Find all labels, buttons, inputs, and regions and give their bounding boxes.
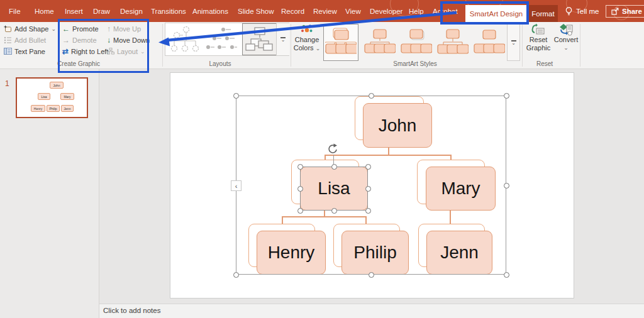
tab-help[interactable]: Help: [409, 0, 424, 22]
convert-icon: [558, 23, 574, 36]
convert-button[interactable]: Convert ⌄: [552, 23, 580, 62]
mini-node-john: John: [50, 82, 64, 89]
node-handle[interactable]: [297, 208, 303, 214]
move-up-arrow-icon: ↑: [107, 25, 111, 33]
layout-button[interactable]: Layout ⌄: [107, 46, 145, 57]
tab-acrobat[interactable]: Acrobat: [433, 0, 458, 22]
node-handle[interactable]: [365, 208, 371, 214]
add-bullet-button[interactable]: Add Bullet: [4, 35, 46, 45]
tab-home[interactable]: Home: [35, 0, 54, 22]
smartart-style-thumbnail[interactable]: [399, 24, 434, 61]
mini-node-jenn: Jenn: [61, 105, 74, 112]
resize-handle-bottom-right[interactable]: [504, 272, 509, 278]
tab-record[interactable]: Record: [281, 0, 304, 22]
lightbulb-icon: [565, 6, 573, 16]
chevron-down-icon: ⌄: [511, 42, 516, 45]
tab-design[interactable]: Design: [120, 0, 143, 22]
layout-thumbnail-circle-org[interactable]: [169, 26, 201, 53]
tab-transitions[interactable]: Transitions: [151, 0, 186, 22]
text-pane-icon: [4, 48, 12, 55]
smartart-styles-more-button[interactable]: ⌄: [507, 24, 520, 61]
group-label-reset: Reset: [507, 60, 582, 67]
node-selection-border-lisa: [300, 167, 368, 211]
move-up-button[interactable]: ↑ Move Up: [107, 23, 141, 34]
resize-handle-right-middle[interactable]: [504, 183, 509, 189]
node-handle[interactable]: [365, 186, 371, 192]
share-icon: [611, 8, 619, 15]
tab-slide-show[interactable]: Slide Show: [238, 0, 274, 22]
node-handle[interactable]: [297, 164, 303, 170]
resize-handle-top-left[interactable]: [233, 93, 239, 99]
titlebar: File Home Insert Draw Design Transitions…: [0, 0, 644, 22]
share-button[interactable]: Share ⌄: [606, 0, 644, 22]
change-colors-icon: [300, 23, 314, 36]
node-handle[interactable]: [297, 186, 303, 192]
mini-node-mary: Mary: [60, 93, 74, 100]
change-colors-button[interactable]: Change Colors ⌄: [293, 23, 321, 62]
tab-review[interactable]: Review: [313, 0, 337, 22]
mini-node-lisa: Lisa: [38, 93, 50, 100]
resize-handle-top-right[interactable]: [504, 93, 509, 99]
layout-thumbnail-org-chart-selected[interactable]: [242, 23, 277, 55]
promote-arrow-icon: ←: [62, 25, 70, 33]
demote-arrow-icon: →: [62, 36, 70, 44]
move-down-arrow-icon: ↓: [107, 36, 111, 44]
chevron-down-icon: ⌄: [51, 26, 56, 32]
ribbon: Add Shape ⌄ Add Bullet Text Pane ←: [0, 22, 644, 69]
text-pane-button[interactable]: Text Pane: [4, 46, 45, 57]
slide-number: 1: [5, 79, 9, 88]
slide-thumbnail[interactable]: John Lisa Mary Henry Philip Jenn: [16, 77, 88, 118]
right-to-left-button[interactable]: ⇄ Right to Left: [62, 46, 108, 57]
right-to-left-icon: ⇄: [62, 48, 69, 55]
tab-view[interactable]: View: [345, 0, 361, 22]
smartart-style-thumbnail[interactable]: [472, 24, 507, 61]
mini-node-philip: Philip: [47, 105, 60, 112]
smartart-selection-frame: [236, 96, 506, 275]
chevron-down-icon: ⌄: [564, 44, 569, 52]
layouts-more-button[interactable]: ⌄: [276, 23, 289, 55]
chevron-down-icon: ⌄: [140, 48, 145, 55]
layout-thumbnail-dot-hierarchy[interactable]: [204, 26, 237, 53]
add-bullet-icon: [4, 36, 12, 43]
add-shape-button[interactable]: Add Shape ⌄: [4, 23, 56, 34]
demote-button[interactable]: → Demote: [62, 35, 97, 45]
reset-graphic-icon: [531, 23, 546, 36]
notes-placeholder: Click to add notes: [103, 307, 160, 314]
layout-icon: [107, 48, 114, 55]
smartart-style-thumbnail-selected[interactable]: [323, 24, 358, 61]
powerpoint-window: File Home Insert Draw Design Transitions…: [0, 0, 644, 318]
rotate-handle-icon[interactable]: [327, 143, 340, 156]
promote-button[interactable]: ← Promote: [62, 23, 99, 34]
chevron-left-icon: ‹: [235, 182, 238, 190]
group-label-create-graphic: Create Graphic: [41, 60, 116, 67]
text-pane-toggle-button[interactable]: ‹: [231, 180, 242, 191]
tab-developer[interactable]: Developer: [370, 0, 402, 22]
tab-insert[interactable]: Insert: [65, 0, 83, 22]
resize-handle-bottom-center[interactable]: [369, 272, 374, 278]
mini-node-henry: Henry: [31, 105, 45, 112]
resize-handle-bottom-left[interactable]: [233, 272, 239, 278]
layouts-gallery: ⌄: [165, 23, 289, 56]
move-down-button[interactable]: ↓ Move Down: [107, 35, 150, 45]
node-handle[interactable]: [331, 164, 337, 170]
group-label-smartart-styles: SmartArt Styles: [377, 60, 453, 67]
add-shape-icon: [4, 25, 12, 33]
slides-panel: 1 John Lisa Mary Henry Philip Jenn: [0, 69, 99, 318]
resize-handle-top-center[interactable]: [369, 93, 374, 99]
notes-pane[interactable]: Click to add notes: [99, 304, 644, 318]
tab-format[interactable]: Format: [528, 5, 558, 22]
reset-graphic-button[interactable]: Reset Graphic: [525, 23, 552, 62]
smartart-style-thumbnail[interactable]: [435, 24, 470, 61]
node-handle[interactable]: [365, 164, 371, 170]
tell-me-button[interactable]: Tell me: [565, 0, 599, 22]
smartart-style-thumbnail[interactable]: [362, 24, 397, 61]
tab-animations[interactable]: Animations: [192, 0, 228, 22]
tab-draw[interactable]: Draw: [93, 0, 110, 22]
chevron-down-icon: ⌄: [281, 39, 286, 41]
group-label-layouts: Layouts: [182, 60, 258, 67]
tab-smartart-design[interactable]: SmartArt Design: [465, 5, 527, 22]
chevron-down-icon: ⌄: [316, 45, 321, 52]
tab-file[interactable]: File: [9, 0, 21, 22]
node-handle[interactable]: [331, 208, 337, 214]
